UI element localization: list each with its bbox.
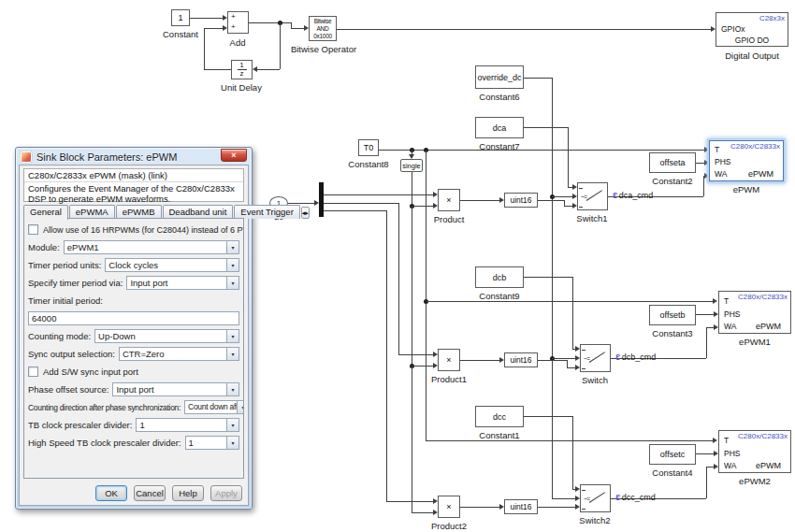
wire[interactable]: [552, 358, 575, 359]
offset-constant-block[interactable]: offsetb: [649, 305, 696, 325]
bitwise-operator-block[interactable]: Bitwise AND 0x1000: [309, 16, 337, 41]
wire[interactable]: [696, 314, 714, 315]
wire[interactable]: [524, 127, 568, 128]
offset-constant-block[interactable]: offseta: [649, 152, 696, 173]
tab-scroll-button[interactable]: ◂▸: [301, 207, 310, 219]
unit-delay-block[interactable]: 1z: [231, 60, 253, 79]
add-block[interactable]: + +: [227, 11, 249, 34]
t0-constant-block[interactable]: T0: [358, 139, 379, 156]
tab-deadband-unit[interactable]: Deadband unit: [163, 205, 234, 219]
wire[interactable]: [572, 416, 573, 489]
uint16-conversion-block[interactable]: uint16: [504, 352, 538, 367]
wire[interactable]: [324, 194, 433, 195]
dialog-titlebar[interactable]: Sink Block Parameters: ePWM ×: [17, 149, 251, 165]
product-block[interactable]: ×: [438, 496, 460, 518]
sw-sync-checkbox[interactable]: [28, 367, 38, 377]
wire[interactable]: [460, 200, 499, 201]
wire[interactable]: [386, 210, 387, 501]
ok-button[interactable]: OK: [95, 485, 127, 501]
timer-initial-period-field[interactable]: 64000: [28, 311, 239, 325]
offset-constant-block[interactable]: offsetc: [649, 444, 696, 465]
wire[interactable]: [280, 22, 281, 69]
wire[interactable]: [412, 206, 433, 207]
digital-output-block[interactable]: C28x3x GPIOx GPIO DO: [716, 12, 788, 47]
wire[interactable]: [568, 127, 569, 187]
module-select[interactable]: ePWM1▾: [64, 240, 239, 254]
wire[interactable]: [706, 467, 714, 467]
switch-block[interactable]: ~=: [580, 484, 611, 512]
epwm-block[interactable]: C280x/C2833x T PHS WA ePWM: [709, 140, 784, 181]
uint16-conversion-block[interactable]: uint16: [504, 499, 538, 514]
wire[interactable]: [524, 78, 552, 79]
signal-tag[interactable]: Ɛdcc_cmd: [615, 493, 656, 502]
wire[interactable]: [538, 360, 567, 361]
wire[interactable]: [567, 360, 568, 367]
wire[interactable]: [703, 176, 704, 196]
wire[interactable]: [524, 416, 572, 417]
wire[interactable]: [538, 200, 564, 201]
wire[interactable]: [426, 440, 713, 441]
wire[interactable]: [337, 29, 711, 30]
wire[interactable]: [398, 203, 399, 354]
wire[interactable]: [706, 467, 707, 498]
demux-bar[interactable]: [319, 182, 324, 217]
wire[interactable]: [398, 354, 433, 355]
wire[interactable]: [288, 203, 314, 204]
wire[interactable]: [324, 203, 398, 204]
duty-constant-block[interactable]: dcc: [475, 406, 524, 427]
wire[interactable]: [567, 367, 575, 368]
wire[interactable]: [696, 163, 704, 164]
wire[interactable]: [412, 172, 412, 206]
wire[interactable]: [564, 206, 572, 207]
tb-clock-prescaler-select[interactable]: 1▾: [136, 418, 239, 432]
wire[interactable]: [386, 501, 433, 502]
wire[interactable]: [412, 366, 433, 367]
wire[interactable]: [426, 150, 426, 440]
wire[interactable]: [412, 512, 433, 513]
tab-general[interactable]: General: [23, 205, 68, 220]
wire[interactable]: [572, 277, 573, 349]
switch-block[interactable]: ~=: [580, 344, 611, 372]
epwm-block[interactable]: C280x/C2833x T PHS WA ePWM: [718, 291, 791, 334]
signal-tag[interactable]: Ɛdca_cmd: [613, 191, 653, 200]
duty-constant-block[interactable]: dcb: [475, 266, 524, 288]
product-block[interactable]: ×: [438, 349, 460, 371]
tab-epwma[interactable]: ePWMA: [69, 205, 115, 219]
counting-mode-select[interactable]: Up-Down▾: [94, 329, 239, 343]
wire[interactable]: [524, 277, 572, 278]
counting-direction-select[interactable]: Count down after sync▾: [184, 400, 244, 414]
wire[interactable]: [249, 22, 291, 23]
apply-button[interactable]: Apply: [210, 485, 242, 501]
hs-tb-clock-prescaler-select[interactable]: 1▾: [185, 436, 239, 450]
wire[interactable]: [412, 206, 412, 366]
cancel-button[interactable]: Cancel: [134, 485, 166, 501]
signal-tag[interactable]: Ɛdcb_cmd: [615, 352, 656, 362]
wire[interactable]: [190, 18, 224, 19]
wire[interactable]: [412, 366, 412, 512]
wire[interactable]: [460, 360, 499, 361]
wire[interactable]: [256, 69, 280, 70]
help-button[interactable]: Help: [172, 485, 204, 501]
wire[interactable]: [696, 453, 714, 454]
constant-block[interactable]: 1: [171, 9, 190, 26]
hrpwm-checkbox[interactable]: [28, 224, 38, 235]
wire[interactable]: [552, 78, 553, 498]
phase-offset-source-select[interactable]: Input port▾: [112, 382, 239, 396]
wire[interactable]: [460, 507, 499, 508]
single-conversion-block[interactable]: single: [400, 159, 423, 172]
uint16-conversion-block[interactable]: uint16: [504, 193, 538, 208]
wire[interactable]: [204, 69, 231, 70]
tab-epwmb[interactable]: ePWMB: [116, 205, 162, 219]
wire[interactable]: [538, 507, 575, 508]
wire[interactable]: [706, 327, 714, 328]
duty-constant-block[interactable]: dca: [475, 117, 524, 138]
wire[interactable]: [426, 301, 713, 302]
wire[interactable]: [552, 196, 572, 197]
switch-block[interactable]: ~=: [577, 182, 608, 210]
timer-period-units-select[interactable]: Clock cycles▾: [105, 258, 239, 272]
epwm-block[interactable]: C280x/C2833x T PHS WA ePWM: [718, 430, 791, 473]
tab-event-trigger[interactable]: Event Trigger: [234, 205, 300, 219]
wire[interactable]: [552, 498, 575, 499]
wire[interactable]: [324, 210, 386, 211]
sync-output-select[interactable]: CTR=Zero▾: [119, 347, 239, 361]
